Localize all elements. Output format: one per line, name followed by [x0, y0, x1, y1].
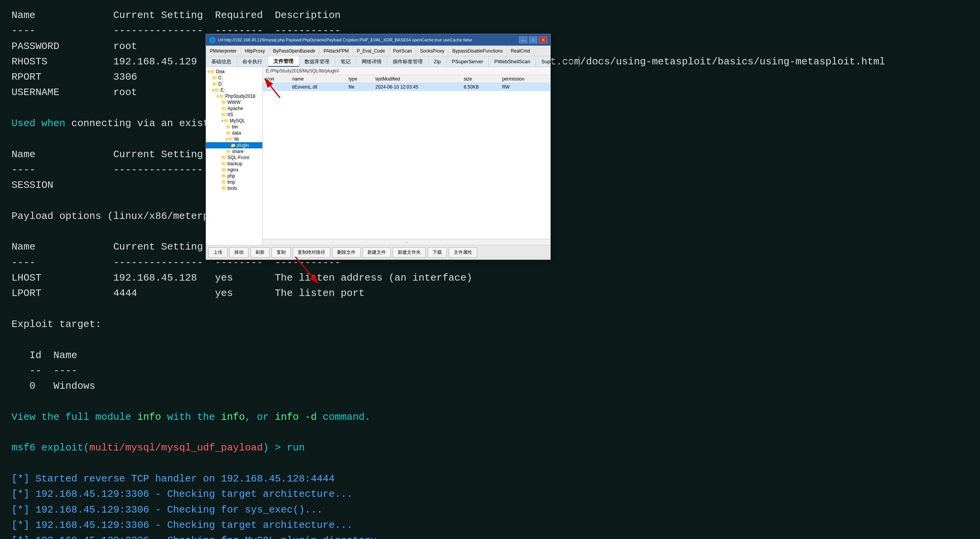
tree-phpstudy[interactable]: ▾📁 PhpStudy2018 — [206, 93, 262, 99]
btn-copy-abs-path[interactable]: 复制绝对路径 — [293, 247, 330, 258]
tab-wenjian[interactable]: 文件管理 — [268, 56, 299, 67]
btn-copy[interactable]: 复制 — [272, 247, 291, 258]
menu-row-2: 基础信息 命令执行 文件管理 数据库管理 笔记 网络详情 插件标签管理 Zip … — [206, 56, 550, 67]
file-type: file — [346, 83, 372, 91]
folder-icon-phpstudy: ▾📁 — [217, 94, 224, 99]
tree-nginx[interactable]: 📁 nginx — [206, 167, 262, 173]
menu-bypassdisable[interactable]: BypassDisableFunctions — [448, 46, 507, 56]
tab-pwebshell[interactable]: PWebShellScan — [489, 56, 536, 67]
menu-row-1: PMeterpreter HttpProxy ByPassOpenBasedir… — [206, 46, 550, 56]
tree-iis[interactable]: 📁 IIS — [206, 112, 262, 118]
dialog-window: 🌐 Url:http://192.168.45.129/mysql.php Pa… — [206, 34, 551, 260]
btn-delete-file[interactable]: 删除文件 — [332, 247, 361, 258]
btn-new-file[interactable]: 新建文件 — [362, 247, 391, 258]
tab-chajian[interactable]: 插件标签管理 — [387, 56, 428, 67]
tree-d[interactable]: 📁 D: — [206, 81, 262, 87]
tree-sqlfont[interactable]: 📁 SQL-Front — [206, 154, 262, 161]
tree-label-php: php — [227, 173, 235, 179]
col-icon: icon — [263, 75, 289, 83]
tree-plugin[interactable]: 📁 plugin — [206, 142, 262, 148]
term-line-28 — [12, 425, 968, 440]
tree-e[interactable]: ▾📁 E: — [206, 87, 262, 93]
menu-socksproxy[interactable]: SocksProxy — [416, 46, 448, 56]
menu-portscan[interactable]: PortScan — [389, 46, 416, 56]
folder-icon-sqlfont: 📁 — [221, 155, 227, 160]
tree-mysql[interactable]: ▾📁 MySQL — [206, 118, 262, 124]
file-tree: ▾📁 Disk 📁 C: 📁 D: ▾📁 E: ▾📁 PhpS — [206, 67, 263, 245]
btn-upload[interactable]: 上传 — [208, 247, 227, 258]
tree-label-e: E: — [221, 87, 225, 93]
tree-tmp[interactable]: 📁 tmp — [206, 179, 262, 185]
folder-icon-data: 📁 — [226, 131, 231, 136]
term-line-20 — [12, 301, 968, 317]
folder-icon-nginx: 📁 — [221, 168, 227, 173]
minimize-button[interactable]: — — [519, 36, 527, 43]
tree-lib[interactable]: ▾📁 lib — [206, 136, 262, 142]
tree-label-share: share — [232, 149, 244, 154]
tab-jichu[interactable]: 基础信息 — [206, 56, 237, 67]
tree-www[interactable]: 📁 WWW — [206, 99, 262, 105]
toolbar: 上传 移动 刷新 复制 复制绝对路径 删除文件 新建文件 新建文件夹 下载 文件… — [206, 245, 550, 260]
btn-file-props[interactable]: 文件属性 — [449, 247, 477, 258]
menu-bypassopenbasedir[interactable]: ByPassOpenBasedir — [269, 46, 320, 56]
folder-icon-lib: ▾📁 — [226, 137, 234, 142]
btn-refresh[interactable]: 刷新 — [250, 247, 270, 258]
menu-pattackfpm[interactable]: PAttackFPM — [320, 46, 353, 56]
tree-disk[interactable]: ▾📁 Disk — [206, 69, 262, 75]
file-row-tieoveml[interactable]: 📄 tiEovemL.dll file 2024-06-10 12:03:45 … — [263, 83, 550, 91]
tree-c[interactable]: 📁 C: — [206, 75, 262, 81]
tree-label-tmp: tmp — [227, 179, 235, 185]
folder-icon-tmp: 📁 — [221, 180, 227, 185]
tab-zip[interactable]: Zip — [428, 56, 446, 67]
tree-php[interactable]: 📁 php — [206, 173, 262, 179]
tree-label-data: data — [232, 130, 241, 136]
tree-data[interactable]: 📁 data — [206, 130, 262, 136]
tree-backup[interactable]: 📁 backup — [206, 161, 262, 167]
tree-bin[interactable]: 📁 bin — [206, 124, 262, 130]
tree-label-d: D: — [218, 81, 223, 87]
close-button[interactable]: ✕ — [539, 36, 547, 43]
tab-wangluo[interactable]: 网络详情 — [356, 56, 387, 67]
menu-realcmd[interactable]: RealCmd — [507, 46, 534, 56]
dialog-body: ▾📁 Disk 📁 C: 📁 D: ▾📁 E: ▾📁 PhpS — [206, 67, 550, 245]
maximize-button[interactable]: □ — [529, 36, 537, 43]
btn-new-folder[interactable]: 新建文件夹 — [393, 247, 426, 258]
btn-download[interactable]: 下载 — [428, 247, 447, 258]
file-size: 6.50KB — [461, 83, 499, 91]
term-line-26 — [12, 394, 968, 409]
term-line-30 — [12, 456, 968, 471]
dialog-titlebar: 🌐 Url:http://192.168.45.129/mysql.php Pa… — [206, 34, 550, 46]
tree-label-apache: Apache — [227, 106, 243, 111]
term-line-29: msf6 exploit(multi/mysql/mysql_udf_paylo… — [12, 440, 968, 455]
tab-biji[interactable]: 笔记 — [335, 56, 356, 67]
col-size: size — [461, 75, 499, 83]
tab-super-terminal[interactable]: SuperTerminal — [536, 56, 579, 67]
tree-label-mysql: MySQL — [230, 118, 245, 123]
term-line-27: View the full module info with the info,… — [12, 409, 968, 425]
tree-label-iis: IIS — [227, 112, 233, 117]
tree-tools[interactable]: 📁 tools — [206, 185, 262, 191]
tab-shujuku[interactable]: 数据库管理 — [299, 56, 335, 67]
term-line-35: [*] 192.168.45.129:3306 - Checking for M… — [12, 533, 968, 539]
term-line-19: LPORT 4444 yes The listen port — [12, 286, 968, 301]
folder-icon-tools: 📁 — [221, 186, 227, 191]
menu-peval-code[interactable]: P_Eval_Code — [353, 46, 389, 56]
col-modified: lastModified — [372, 75, 461, 83]
folder-icon-mysql: ▾📁 — [221, 118, 229, 123]
tree-label-nginx: nginx — [227, 167, 239, 173]
tree-apache[interactable]: 📁 Apache — [206, 105, 262, 112]
panel-scrollbar[interactable]: ··· — [263, 239, 550, 245]
term-line-1: Name Current Setting Required Descriptio… — [12, 8, 968, 23]
path-bar: E:/PhpStudy2018/MySQL/lib/plugin/ — [263, 67, 550, 75]
file-permission: RW — [499, 83, 550, 91]
col-permission: permission — [499, 75, 550, 83]
tree-share[interactable]: 📁 share — [206, 148, 262, 154]
btn-move[interactable]: 移动 — [229, 247, 249, 258]
tab-mingling[interactable]: 命令执行 — [237, 56, 268, 67]
tab-psuperserver[interactable]: PSuperServer — [446, 56, 489, 67]
term-line-32: [*] 192.168.45.129:3306 - Checking targe… — [12, 486, 968, 502]
menu-httpproxy[interactable]: HttpProxy — [241, 46, 269, 56]
menu-pmeterpreter[interactable]: PMeterpreter — [206, 46, 241, 56]
folder-icon-share: 📁 — [226, 149, 231, 154]
window-controls: — □ ✕ — [519, 36, 547, 43]
